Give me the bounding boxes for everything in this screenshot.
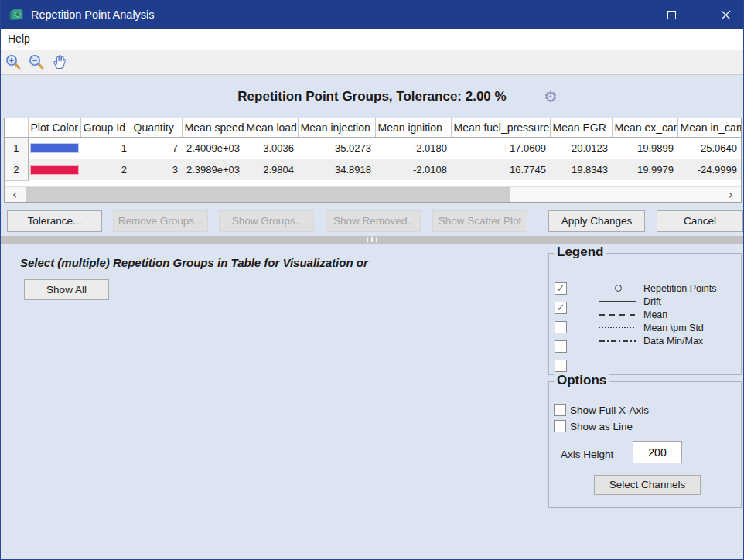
axis-height-input[interactable]	[633, 441, 682, 463]
col-mean-in-cam[interactable]: Mean in_cam	[677, 118, 741, 137]
tolerance-button[interactable]: Tolerance...	[7, 210, 102, 232]
legend-entry: Mean	[596, 308, 717, 321]
title-bar: Repetition Point Analysis	[0, 0, 744, 29]
show-full-x-axis-row: Show Full X-Axis	[554, 404, 649, 416]
zoom-in-button[interactable]	[2, 52, 24, 72]
legend-entry-label: Mean	[643, 309, 667, 320]
maximize-button[interactable]	[654, 0, 689, 29]
minimize-button[interactable]	[596, 0, 631, 29]
circle-marker-icon	[596, 285, 640, 292]
groups-table: Plot Color Group Id Quantity Mean speed …	[4, 118, 742, 203]
pan-hand-icon	[51, 53, 68, 70]
plot-color-cell	[28, 159, 80, 180]
main-area: Repetition Point Groups, Tolerance: 2.00…	[1, 75, 743, 559]
window-title: Repetition Point Analysis	[31, 9, 155, 21]
checkbox-data-min-max[interactable]	[555, 360, 567, 372]
cell-mean-load: 2.9804	[244, 159, 298, 180]
show-as-line-label: Show as Line	[570, 421, 633, 432]
cell-mean-in-cam: -25.0640	[677, 137, 741, 159]
splitter-handle[interactable]	[1, 236, 743, 244]
col-mean-egr[interactable]: Mean EGR	[550, 118, 612, 137]
col-mean-fuel-pressure[interactable]: Mean fuel_pressure	[451, 118, 550, 137]
show-all-button[interactable]: Show All	[24, 279, 109, 300]
zoom-out-icon	[28, 53, 45, 70]
cell-mean-load: 3.0036	[244, 137, 298, 159]
cell-mean-injection: 34.8918	[298, 159, 375, 180]
col-plot-color[interactable]: Plot Color	[28, 118, 80, 137]
action-button-row: Tolerance... Remove Groups... Show Group…	[1, 210, 743, 232]
col-mean-ignition[interactable]: Mean ignition	[375, 118, 451, 137]
axis-height-label: Axis Height	[561, 449, 613, 460]
show-scatter-plot-button: Show Scatter Plot	[432, 210, 527, 232]
scrollbar-thumb[interactable]	[26, 187, 510, 202]
col-mean-speed[interactable]: Mean speed	[182, 118, 244, 137]
apply-changes-button[interactable]: Apply Changes	[548, 210, 645, 232]
table-row-group-1[interactable]: 1 1 7 2.4009e+03 3.0036 35.0273 -2.0180 …	[5, 137, 741, 159]
gear-busy-icon: ⚙	[544, 87, 558, 106]
row-number: 2	[5, 159, 28, 180]
horizontal-scrollbar[interactable]: ‹ ›	[5, 186, 741, 202]
show-full-x-axis-checkbox[interactable]	[554, 404, 566, 416]
menu-help[interactable]: Help	[1, 29, 37, 45]
col-quantity[interactable]: Quantity	[131, 118, 182, 137]
close-button[interactable]	[708, 0, 744, 29]
zoom-out-button[interactable]	[26, 52, 47, 72]
group-2-color-swatch	[30, 165, 80, 175]
legend-panel: Legend ✓ ✓ Repetition Points Drift	[548, 253, 742, 375]
show-removed-button: Show Removed..	[326, 210, 421, 232]
cell-mean-fuel-pressure: 16.7745	[451, 159, 550, 180]
legend-panel-title: Legend	[554, 244, 606, 260]
legend-entry-label: Mean \pm Std	[643, 323, 704, 333]
app-icon	[9, 7, 24, 22]
show-as-line-checkbox[interactable]	[554, 420, 566, 432]
cell-mean-egr: 19.8343	[550, 159, 612, 180]
col-mean-ex-cam[interactable]: Mean ex_cam	[612, 118, 677, 137]
cell-mean-ex-cam: 19.9899	[612, 137, 677, 159]
table-row-group-2[interactable]: 2 2 3 2.3989e+03 2.9804 34.8918 -2.0108 …	[5, 159, 741, 180]
col-mean-load[interactable]: Mean load	[244, 118, 298, 137]
selection-instruction: Select (multiple) Repetition Groups in T…	[20, 256, 368, 269]
checkbox-mean[interactable]	[555, 321, 567, 333]
cell-mean-ignition: -2.0180	[375, 137, 451, 159]
col-group-id[interactable]: Group Id	[80, 118, 131, 137]
dotted-line-icon	[596, 327, 640, 329]
legend-entry: Mean \pm Std	[596, 321, 717, 334]
group-1-color-swatch	[30, 143, 80, 153]
cell-mean-speed: 2.3989e+03	[182, 159, 244, 180]
cell-mean-ex-cam: 19.9979	[612, 159, 677, 180]
visualization-area: Select (multiple) Repetition Groups in T…	[1, 244, 743, 559]
toolbar	[1, 50, 743, 75]
app-window: Repetition Point Analysis Help	[0, 0, 744, 560]
scrollbar-track[interactable]	[25, 187, 721, 202]
legend-entry-label: Repetition Points	[643, 283, 717, 294]
heading-row: Repetition Point Groups, Tolerance: 2.00…	[1, 85, 743, 108]
cell-mean-egr: 20.0123	[550, 137, 612, 159]
checkbox-drift[interactable]: ✓	[555, 302, 567, 314]
legend-entry: Drift	[596, 295, 717, 308]
zoom-in-icon	[5, 53, 22, 70]
cell-mean-injection: 35.0273	[298, 137, 375, 159]
legend-entry-label: Drift	[643, 296, 661, 307]
cell-group-id: 1	[80, 137, 131, 159]
legend-entry: Data Min/Max	[596, 334, 717, 347]
legend-entry-label: Data Min/Max	[643, 336, 703, 347]
row-number: 1	[5, 137, 28, 159]
show-as-line-row: Show as Line	[554, 420, 633, 432]
plot-color-cell	[28, 137, 80, 159]
minimize-icon	[609, 15, 618, 15]
solid-line-icon	[596, 301, 640, 302]
cell-group-id: 2	[80, 159, 131, 180]
maximize-icon	[667, 11, 676, 19]
cancel-button[interactable]: Cancel	[657, 210, 743, 232]
checkbox-mean-pm-std[interactable]	[555, 340, 567, 353]
scroll-left-icon[interactable]: ‹	[5, 187, 25, 202]
close-icon	[721, 10, 731, 20]
scroll-right-icon[interactable]: ›	[721, 187, 741, 202]
pan-button[interactable]	[49, 52, 70, 72]
checkbox-repetition-points[interactable]: ✓	[555, 282, 567, 295]
legend-entry: Repetition Points	[596, 282, 717, 295]
show-groups-button: Show Groups..	[219, 210, 314, 232]
col-mean-injection[interactable]: Mean injection	[298, 118, 375, 137]
dashdot-line-icon	[596, 340, 640, 342]
select-channels-button[interactable]: Select Channels	[594, 475, 701, 495]
